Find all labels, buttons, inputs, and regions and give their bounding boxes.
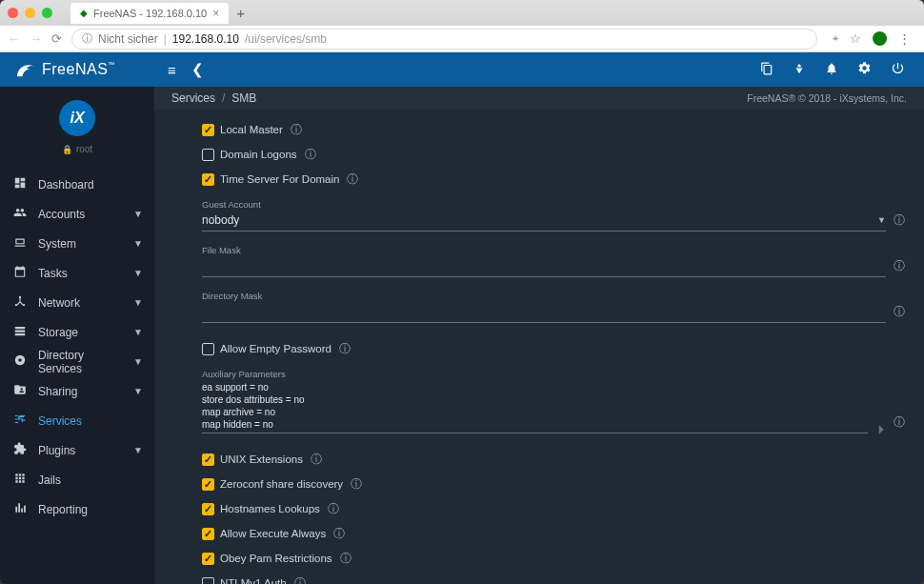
help-icon[interactable]: ⓘ bbox=[894, 258, 905, 277]
sidebar-item-plugins[interactable]: Plugins ▼ bbox=[0, 435, 154, 465]
sidebar-item-label: Directory Services bbox=[38, 349, 122, 375]
sidebar-item-accounts[interactable]: Accounts ▼ bbox=[0, 199, 154, 229]
hub-icon bbox=[13, 294, 27, 311]
help-icon[interactable]: ⓘ bbox=[328, 501, 339, 517]
chevron-down-icon: ▼ bbox=[133, 238, 143, 249]
chevron-down-icon: ▼ bbox=[133, 297, 143, 308]
window-minimize-button[interactable] bbox=[25, 8, 35, 18]
storage-icon bbox=[13, 324, 27, 340]
help-icon[interactable]: ⓘ bbox=[894, 304, 905, 323]
nav-back-icon: ← bbox=[8, 31, 20, 46]
help-icon[interactable]: ⓘ bbox=[347, 171, 358, 188]
sidebar-item-label: Plugins bbox=[38, 444, 75, 457]
svg-point-1 bbox=[15, 304, 17, 306]
translate-icon[interactable]: ⌖ bbox=[833, 32, 838, 45]
site-info-icon[interactable]: ⓘ bbox=[82, 31, 92, 46]
help-icon[interactable]: ⓘ bbox=[894, 414, 905, 433]
help-icon[interactable]: ⓘ bbox=[894, 212, 905, 232]
extension-icon bbox=[13, 442, 27, 458]
sidebar-item-sharing[interactable]: Sharing ▼ bbox=[0, 376, 154, 406]
domain-logons-label: Domain Logons bbox=[220, 149, 297, 160]
sidebar-item-reporting[interactable]: Reporting bbox=[0, 494, 154, 524]
help-icon[interactable]: ⓘ bbox=[339, 341, 351, 357]
unix-extensions-checkbox[interactable]: ✓ bbox=[202, 453, 214, 466]
aux-params-textarea[interactable] bbox=[202, 379, 868, 433]
brand-shark-icon bbox=[15, 61, 36, 78]
browser-tab[interactable]: ◆ FreeNAS - 192.168.0.10 × bbox=[70, 3, 229, 24]
chevron-down-icon: ▼ bbox=[133, 268, 143, 278]
sidebar-item-label: Tasks bbox=[38, 267, 68, 280]
browser-menu-icon[interactable]: ⋮ bbox=[898, 31, 911, 46]
record-icon bbox=[13, 353, 27, 370]
laptop-icon bbox=[13, 235, 27, 252]
sidebar-item-label: Reporting bbox=[38, 503, 88, 516]
allow-execute-always-checkbox[interactable]: ✓ bbox=[202, 528, 214, 540]
zeroconf-label: Zeroconf share discovery bbox=[220, 478, 343, 490]
help-icon[interactable]: ⓘ bbox=[291, 122, 302, 138]
allow-empty-password-checkbox[interactable] bbox=[202, 343, 214, 355]
power-icon[interactable] bbox=[891, 61, 905, 78]
help-icon[interactable]: ⓘ bbox=[333, 526, 345, 542]
tab-close-icon[interactable]: × bbox=[212, 7, 219, 20]
sidebar-item-directory-services[interactable]: Directory Services ▼ bbox=[0, 347, 154, 376]
resize-handle-icon[interactable]: ◢ bbox=[873, 423, 884, 434]
hostnames-lookups-label: Hostnames Lookups bbox=[220, 503, 320, 514]
file-mask-label: File Mask bbox=[202, 245, 905, 255]
window-zoom-button[interactable] bbox=[42, 8, 52, 18]
url-host: 192.168.0.10 bbox=[172, 32, 239, 46]
ntlmv1-checkbox[interactable] bbox=[202, 577, 214, 585]
settings-gear-icon[interactable] bbox=[857, 61, 872, 78]
domain-logons-checkbox[interactable] bbox=[202, 149, 214, 161]
sidebar-item-label: Sharing bbox=[38, 385, 77, 398]
current-user: 🔒 root bbox=[62, 144, 92, 154]
help-icon[interactable]: ⓘ bbox=[294, 575, 306, 585]
help-icon[interactable]: ⓘ bbox=[351, 476, 362, 493]
dashboard-icon bbox=[13, 176, 27, 192]
directory-mask-input[interactable] bbox=[202, 301, 886, 323]
sidebar-item-system[interactable]: System ▼ bbox=[0, 229, 154, 258]
window-close-button[interactable] bbox=[8, 8, 18, 18]
nav-reload-icon[interactable]: ⟳ bbox=[51, 31, 62, 46]
obey-pam-checkbox[interactable]: ✓ bbox=[202, 553, 214, 565]
file-mask-input[interactable] bbox=[202, 255, 886, 277]
sidebar-item-network[interactable]: Network ▼ bbox=[0, 288, 154, 317]
guest-account-select[interactable]: nobody ▼ bbox=[202, 210, 886, 232]
chevron-down-icon: ▼ bbox=[133, 356, 143, 367]
ntlmv1-label: NTLMv1 Auth bbox=[220, 577, 287, 584]
new-tab-button[interactable]: + bbox=[236, 5, 245, 21]
nav-back-app-icon[interactable]: ❮ bbox=[191, 61, 204, 78]
folder-shared-icon bbox=[13, 383, 27, 399]
local-master-label: Local Master bbox=[220, 124, 283, 135]
breadcrumb-smb[interactable]: SMB bbox=[231, 91, 256, 105]
help-icon[interactable]: ⓘ bbox=[305, 147, 316, 163]
chevron-down-icon: ▼ bbox=[133, 386, 143, 396]
theme-icon[interactable] bbox=[793, 62, 806, 78]
apps-icon bbox=[13, 472, 27, 488]
sidebar-item-services[interactable]: Services bbox=[0, 406, 154, 435]
local-master-checkbox[interactable]: ✓ bbox=[202, 124, 214, 136]
sidebar-item-storage[interactable]: Storage ▼ bbox=[0, 317, 154, 347]
lock-icon: 🔒 bbox=[62, 145, 72, 154]
bookmark-icon[interactable]: ☆ bbox=[850, 31, 861, 46]
not-secure-label: Nicht sicher bbox=[98, 32, 158, 46]
help-icon[interactable]: ⓘ bbox=[311, 452, 322, 468]
time-server-checkbox[interactable]: ✓ bbox=[202, 173, 214, 186]
sidebar-item-label: Accounts bbox=[38, 208, 85, 221]
notification-bell-icon[interactable] bbox=[825, 62, 838, 78]
obey-pam-label: Obey Pam Restrictions bbox=[220, 553, 332, 564]
clipboard-icon[interactable] bbox=[760, 62, 773, 78]
copyright-text: FreeNAS® © 2018 - iXsystems, Inc. bbox=[747, 92, 907, 104]
breadcrumb-services[interactable]: Services bbox=[171, 91, 215, 105]
hostnames-lookups-checkbox[interactable]: ✓ bbox=[202, 503, 214, 515]
hamburger-menu-icon[interactable]: ≡ bbox=[168, 62, 176, 78]
profile-avatar-icon[interactable] bbox=[873, 31, 887, 46]
sidebar-item-tasks[interactable]: Tasks ▼ bbox=[0, 258, 154, 288]
sidebar-item-jails[interactable]: Jails bbox=[0, 465, 154, 494]
tab-title: FreeNAS - 192.168.0.10 bbox=[93, 8, 207, 19]
zeroconf-checkbox[interactable]: ✓ bbox=[202, 478, 214, 491]
address-bar[interactable]: ⓘ Nicht sicher | 192.168.0.10/ui/service… bbox=[71, 29, 817, 50]
help-icon[interactable]: ⓘ bbox=[340, 551, 352, 567]
sidebar-item-dashboard[interactable]: Dashboard bbox=[0, 170, 154, 199]
sidebar-item-label: Dashboard bbox=[38, 178, 94, 191]
brand-logo[interactable]: FreeNAS™ bbox=[0, 61, 154, 78]
